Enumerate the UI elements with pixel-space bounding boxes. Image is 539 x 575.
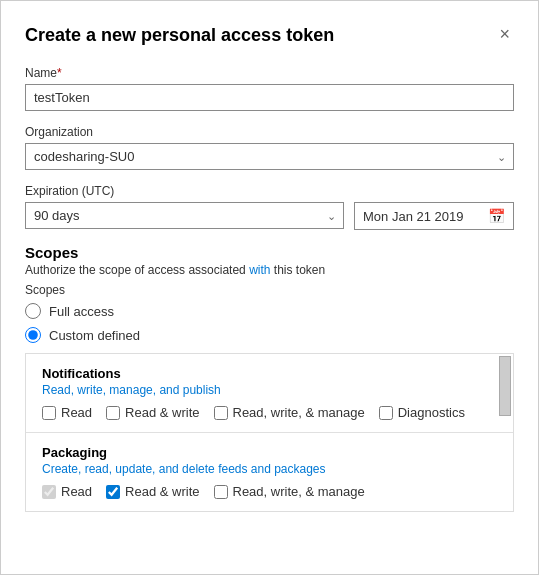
date-input-wrapper: Mon Jan 21 2019 📅	[354, 202, 514, 230]
notifications-description: Read, write, manage, and publish	[42, 383, 497, 397]
expiration-row: 30 days 60 days 90 days 180 days 1 year …	[25, 202, 514, 230]
full-access-option[interactable]: Full access	[25, 303, 514, 319]
packaging-category: Packaging Create, read, update, and dele…	[26, 433, 513, 511]
full-access-radio[interactable]	[25, 303, 41, 319]
scopes-radio-group: Full access Custom defined	[25, 303, 514, 343]
custom-defined-option[interactable]: Custom defined	[25, 327, 514, 343]
org-label: Organization	[25, 125, 514, 139]
expiration-select-wrapper: 30 days 60 days 90 days 180 days 1 year …	[25, 202, 344, 229]
notifications-read-item[interactable]: Read	[42, 405, 92, 420]
notifications-diagnostics-checkbox[interactable]	[379, 406, 393, 420]
notifications-read-label: Read	[61, 405, 92, 420]
name-input[interactable]	[25, 84, 514, 111]
scopes-title: Scopes	[25, 244, 514, 261]
name-group: Name*	[25, 66, 514, 111]
notifications-read-write-manage-item[interactable]: Read, write, & manage	[214, 405, 365, 420]
packaging-title: Packaging	[42, 445, 497, 460]
scrollable-section: Notifications Read, write, manage, and p…	[25, 353, 514, 512]
notifications-checkboxes: Read Read & write Read, write, & manage …	[42, 405, 497, 420]
packaging-read-item[interactable]: Read	[42, 484, 92, 499]
name-label: Name*	[25, 66, 514, 80]
calendar-icon[interactable]: 📅	[488, 208, 505, 224]
required-indicator: *	[57, 66, 62, 80]
notifications-title: Notifications	[42, 366, 497, 381]
notifications-diagnostics-label: Diagnostics	[398, 405, 465, 420]
notifications-read-write-label: Read & write	[125, 405, 199, 420]
packaging-read-write-manage-checkbox[interactable]	[214, 485, 228, 499]
packaging-read-label: Read	[61, 484, 92, 499]
org-select-wrapper: codesharing-SU0 ⌄	[25, 143, 514, 170]
scrollbar[interactable]	[499, 356, 511, 416]
dialog-header: Create a new personal access token ×	[25, 25, 514, 46]
expiration-group: Expiration (UTC) 30 days 60 days 90 days…	[25, 184, 514, 230]
notifications-category: Notifications Read, write, manage, and p…	[26, 354, 513, 433]
close-button[interactable]: ×	[495, 25, 514, 43]
scopes-section: Scopes Authorize the scope of access ass…	[25, 244, 514, 343]
packaging-read-write-item[interactable]: Read & write	[106, 484, 199, 499]
expiration-select[interactable]: 30 days 60 days 90 days 180 days 1 year …	[25, 202, 344, 229]
packaging-read-write-manage-item[interactable]: Read, write, & manage	[214, 484, 365, 499]
packaging-description: Create, read, update, and delete feeds a…	[42, 462, 497, 476]
packaging-read-write-manage-label: Read, write, & manage	[233, 484, 365, 499]
custom-defined-label: Custom defined	[49, 328, 140, 343]
dialog-title: Create a new personal access token	[25, 25, 334, 46]
packaging-read-write-label: Read & write	[125, 484, 199, 499]
notifications-read-checkbox[interactable]	[42, 406, 56, 420]
notifications-read-write-manage-checkbox[interactable]	[214, 406, 228, 420]
date-value: Mon Jan 21 2019	[363, 209, 480, 224]
notifications-read-write-item[interactable]: Read & write	[106, 405, 199, 420]
scopes-link[interactable]: with	[249, 263, 270, 277]
org-select[interactable]: codesharing-SU0	[25, 143, 514, 170]
organization-group: Organization codesharing-SU0 ⌄	[25, 125, 514, 170]
notifications-diagnostics-item[interactable]: Diagnostics	[379, 405, 465, 420]
packaging-read-checkbox[interactable]	[42, 485, 56, 499]
notifications-read-write-manage-label: Read, write, & manage	[233, 405, 365, 420]
packaging-checkboxes: Read Read & write Read, write, & manage	[42, 484, 497, 499]
custom-defined-radio[interactable]	[25, 327, 41, 343]
scopes-label: Scopes	[25, 283, 514, 297]
create-token-dialog: Create a new personal access token × Nam…	[0, 0, 539, 575]
notifications-read-write-checkbox[interactable]	[106, 406, 120, 420]
expiration-label: Expiration (UTC)	[25, 184, 514, 198]
scopes-description: Authorize the scope of access associated…	[25, 263, 514, 277]
full-access-label: Full access	[49, 304, 114, 319]
packaging-read-write-checkbox[interactable]	[106, 485, 120, 499]
